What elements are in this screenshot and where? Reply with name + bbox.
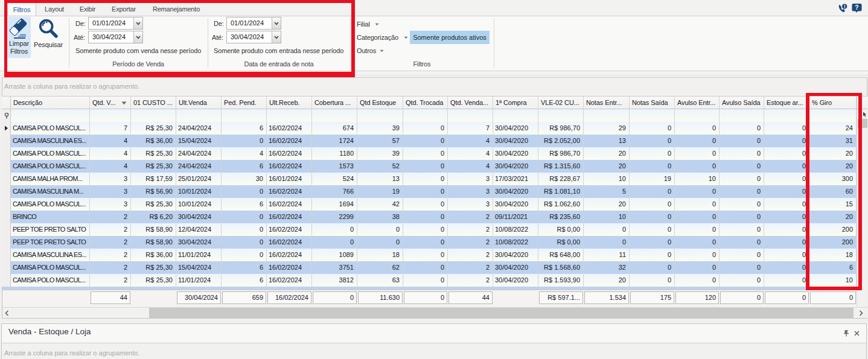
svg-text:?: ? <box>855 4 858 11</box>
